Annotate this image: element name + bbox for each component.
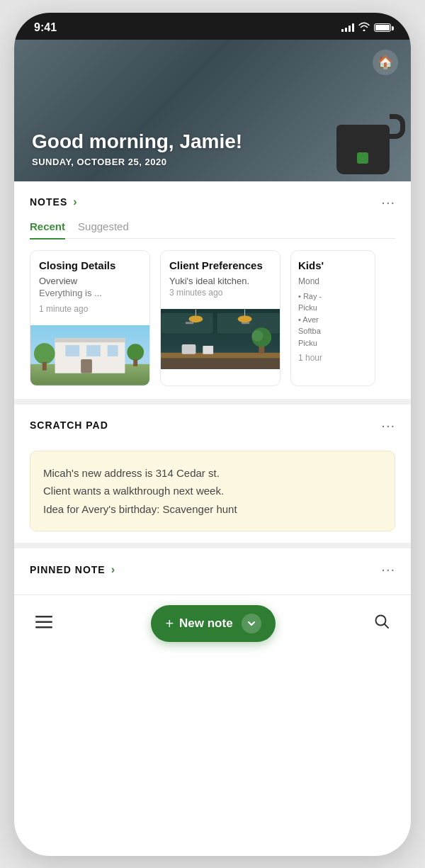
tab-recent[interactable]: Recent xyxy=(30,220,65,239)
note-card-preview: Everything is ... xyxy=(39,288,141,298)
svg-rect-3 xyxy=(55,338,125,342)
status-time: 9:41 xyxy=(34,21,57,34)
note-card-time: 1 hour xyxy=(298,353,368,363)
notes-title-row: NOTES › xyxy=(30,196,77,208)
new-note-plus-icon: + xyxy=(165,616,174,632)
hero-section: 🏠 Good morning, Jamie! SUNDAY, OCTOBER 2… xyxy=(14,40,411,181)
note-card-title: Kids' xyxy=(298,259,368,273)
notes-section: NOTES › ··· Recent Suggested Closing Det… xyxy=(14,181,411,399)
pinned-note-more-button[interactable]: ··· xyxy=(381,561,395,577)
svg-rect-7 xyxy=(81,359,92,373)
notes-arrow-icon[interactable]: › xyxy=(73,196,76,208)
new-note-chevron-icon[interactable] xyxy=(242,614,261,633)
hero-date: SUNDAY, OCTOBER 25, 2020 xyxy=(32,157,242,167)
search-icon[interactable] xyxy=(374,614,390,633)
note-card-subtitle: Mond xyxy=(298,276,368,288)
svg-line-32 xyxy=(385,624,389,629)
note-card-content: Closing Details Overview Everything is .… xyxy=(30,251,149,325)
note-card-content: Kids' Mond • Ray -Picku• AverSoftbaPicku… xyxy=(291,251,375,374)
divider-1 xyxy=(14,399,411,405)
note-card-kids[interactable]: Kids' Mond • Ray -Picku• AverSoftbaPicku… xyxy=(290,250,375,386)
note-card-client-preferences[interactable]: Client Preferences Yuki's ideal kitchen.… xyxy=(160,250,280,386)
svg-point-25 xyxy=(251,330,263,342)
notes-cards-list: Closing Details Overview Everything is .… xyxy=(30,250,395,392)
new-note-button[interactable]: + New note xyxy=(151,605,275,642)
svg-point-8 xyxy=(34,343,55,364)
notes-more-button[interactable]: ··· xyxy=(381,194,395,210)
svg-point-10 xyxy=(127,344,144,361)
status-icons xyxy=(341,22,391,33)
svg-rect-11 xyxy=(133,359,137,366)
svg-rect-5 xyxy=(86,345,101,356)
pinned-note-header: PINNED NOTE › ··· xyxy=(30,561,395,577)
hero-greeting: Good morning, Jamie! xyxy=(32,130,242,153)
svg-rect-30 xyxy=(35,626,52,629)
note-card-house-image xyxy=(30,325,149,385)
note-card-subtitle: Yuki's ideal kitchen. xyxy=(169,276,271,286)
notes-tabs: Recent Suggested xyxy=(30,220,395,239)
svg-point-20 xyxy=(238,315,252,322)
phone-frame: 9:41 xyxy=(14,13,411,856)
note-card-subtitle: Overview xyxy=(39,276,141,286)
svg-point-18 xyxy=(189,315,203,322)
svg-rect-22 xyxy=(161,358,280,368)
pinned-note-title-row: PINNED NOTE › xyxy=(30,563,115,576)
pinned-note-title: PINNED NOTE xyxy=(30,564,106,575)
svg-rect-21 xyxy=(161,353,280,359)
note-card-title: Client Preferences xyxy=(169,259,271,273)
pinned-note-arrow-icon[interactable]: › xyxy=(111,563,115,576)
note-card-closing-details[interactable]: Closing Details Overview Everything is .… xyxy=(30,250,150,386)
svg-rect-15 xyxy=(186,322,194,324)
note-card-kitchen-image xyxy=(161,309,280,369)
note-card-title: Closing Details xyxy=(39,259,141,273)
notes-title: NOTES xyxy=(30,196,67,208)
note-card-time: 3 minutes ago xyxy=(169,288,271,298)
tab-suggested[interactable]: Suggested xyxy=(78,220,129,239)
menu-icon[interactable] xyxy=(35,614,52,633)
svg-rect-29 xyxy=(35,621,52,624)
scratch-pad-title: SCRATCH PAD xyxy=(30,419,108,431)
scratch-pad-more-button[interactable]: ··· xyxy=(381,417,395,434)
scratch-pad-content[interactable]: Micah's new address is 314 Cedar st. Cli… xyxy=(30,451,395,532)
note-card-preview-partial: • Ray -Picku• AverSoftbaPicku xyxy=(298,291,368,349)
status-bar: 9:41 xyxy=(14,13,411,40)
home-icon[interactable]: 🏠 xyxy=(373,50,398,75)
svg-rect-28 xyxy=(35,616,52,618)
wifi-icon xyxy=(358,22,370,33)
note-card-time: 1 minute ago xyxy=(39,304,141,314)
scratch-pad-title-row: SCRATCH PAD xyxy=(30,419,108,431)
svg-rect-27 xyxy=(203,346,213,354)
scratch-pad-section: SCRATCH PAD ··· xyxy=(14,405,411,451)
hero-mug-decoration xyxy=(312,103,390,174)
divider-2 xyxy=(14,543,411,548)
scratch-pad-header: SCRATCH PAD ··· xyxy=(30,417,395,434)
battery-icon xyxy=(374,23,391,32)
pinned-note-section: PINNED NOTE › ··· xyxy=(14,548,411,594)
svg-rect-6 xyxy=(108,345,118,356)
svg-rect-4 xyxy=(65,345,79,356)
svg-rect-26 xyxy=(182,344,196,354)
new-note-label: New note xyxy=(179,616,233,631)
svg-rect-9 xyxy=(42,362,47,371)
notes-header: NOTES › ··· xyxy=(30,194,395,210)
bottom-bar: + New note xyxy=(14,594,411,656)
note-card-content: Client Preferences Yuki's ideal kitchen.… xyxy=(161,251,280,309)
signal-icon xyxy=(341,23,354,32)
hero-text: Good morning, Jamie! SUNDAY, OCTOBER 25,… xyxy=(32,130,242,167)
